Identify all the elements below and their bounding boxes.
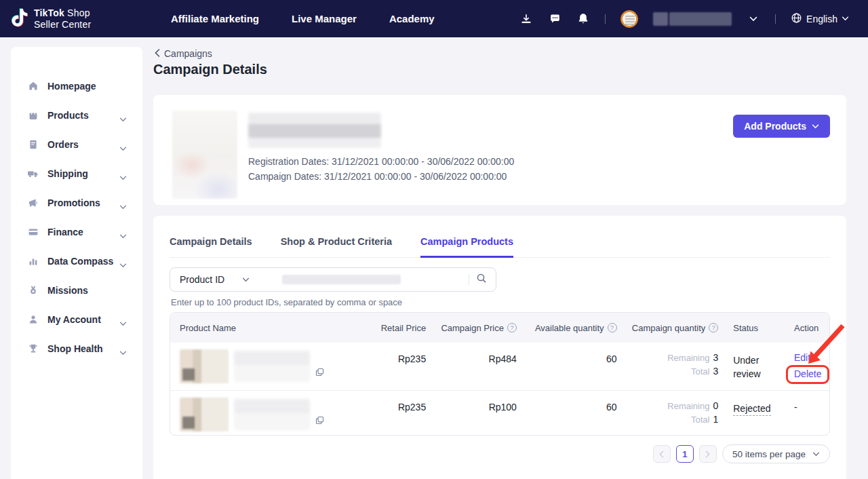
- seller-center-logo[interactable]: TikTok Shop Seller Center: [0, 7, 156, 29]
- campaign-quantity: Remaining3 Total3: [617, 352, 719, 377]
- retail-price: Rp235: [365, 353, 426, 364]
- campaign-title-redacted: [248, 113, 381, 148]
- nav-link-academy[interactable]: Academy: [389, 13, 435, 24]
- tab-campaign-products[interactable]: Campaign Products: [420, 236, 513, 258]
- tab-campaign-details[interactable]: Campaign Details: [170, 236, 252, 257]
- page-size-select[interactable]: 50 items per page: [722, 444, 830, 463]
- tab-bar: Campaign Details Shop & Product Criteria…: [170, 236, 830, 258]
- copy-icon[interactable]: [315, 415, 324, 427]
- language-chevron-down-icon: [842, 16, 849, 21]
- nav-link-affiliate-marketing[interactable]: Affiliate Marketing: [171, 13, 259, 24]
- order-document-icon: [27, 138, 39, 150]
- user-name-redacted[interactable]: [653, 12, 732, 26]
- page-number-current[interactable]: 1: [676, 445, 694, 463]
- search-divider: [469, 274, 469, 285]
- campaign-price: Rp484: [426, 353, 517, 364]
- col-product-name: Product Name: [170, 323, 365, 333]
- trophy-icon: [27, 343, 39, 354]
- search-icon[interactable]: [476, 273, 487, 286]
- campaign-quantity: Remaining0 Total1: [617, 400, 719, 425]
- megaphone-icon: [27, 197, 39, 208]
- sidebar-item-products[interactable]: Products: [11, 100, 142, 130]
- col-campaign-quantity: Campaign quantity ?: [617, 323, 719, 333]
- sidebar-item-missions[interactable]: Missions: [11, 275, 142, 305]
- sidebar-item-promotions[interactable]: Promotions: [11, 188, 142, 217]
- search-filter-select[interactable]: Product ID: [170, 274, 259, 285]
- product-name-redacted: [234, 399, 310, 430]
- pagination: 1 50 items per page: [653, 444, 830, 463]
- sidebar-item-finance[interactable]: Finance: [11, 217, 142, 246]
- navbar-divider: [605, 14, 606, 24]
- campaign-image-redacted: [172, 111, 237, 199]
- search-input-redacted[interactable]: [282, 275, 401, 284]
- delete-link[interactable]: Delete: [794, 368, 821, 379]
- user-menu-chevron-down-icon[interactable]: [747, 12, 760, 26]
- tiktok-logo-icon: [11, 8, 28, 30]
- edit-link[interactable]: Edit: [794, 352, 810, 363]
- product-name-redacted: [234, 351, 310, 382]
- chevron-down-icon: [119, 258, 127, 264]
- chat-icon[interactable]: [548, 12, 561, 26]
- bar-chart-icon: [27, 255, 39, 267]
- navbar-divider: [775, 14, 776, 24]
- user-avatar[interactable]: [620, 10, 638, 28]
- available-quantity: 60: [517, 402, 617, 413]
- copy-icon[interactable]: [315, 367, 324, 379]
- download-icon[interactable]: [519, 12, 533, 26]
- sidebar-item-homepage[interactable]: Homepage: [11, 71, 142, 100]
- chevron-left-icon: [155, 48, 160, 59]
- prev-page-button[interactable]: [653, 445, 671, 463]
- question-icon[interactable]: ?: [608, 323, 617, 332]
- chevron-down-icon: [119, 346, 127, 351]
- globe-icon: [791, 12, 802, 26]
- nav-link-live-manager[interactable]: Live Manager: [292, 13, 357, 24]
- product-search-bar: Product ID: [170, 267, 496, 292]
- top-navbar: TikTok Shop Seller Center Affiliate Mark…: [0, 0, 868, 37]
- chevron-down-icon: [119, 113, 127, 118]
- next-page-button[interactable]: [699, 445, 717, 463]
- campaign-price: Rp100: [426, 402, 517, 413]
- chevron-down-icon: [119, 200, 127, 206]
- sidebar-item-shop-health[interactable]: Shop Health: [11, 334, 142, 363]
- col-action: Action: [782, 323, 829, 333]
- col-status: Status: [718, 323, 782, 333]
- breadcrumb-back-label: Campaigns: [164, 48, 212, 59]
- chevron-down-icon: [119, 229, 127, 235]
- table-row: Rp235 Rp100 60 Remaining0 Total1 Rejecte…: [170, 390, 829, 435]
- medal-icon: [27, 284, 39, 296]
- sidebar-item-data-compass[interactable]: Data Compass: [11, 246, 142, 275]
- registration-dates: Registration Dates: 31/12/2021 00:00:00 …: [248, 156, 514, 167]
- chevron-down-icon: [242, 277, 250, 282]
- question-icon[interactable]: ?: [709, 323, 718, 332]
- sidebar-item-orders[interactable]: Orders: [11, 130, 142, 159]
- language-label: English: [806, 14, 837, 24]
- chevron-down-icon: [812, 124, 819, 129]
- no-action-dash: -: [794, 400, 797, 414]
- sidebar-item-my-account[interactable]: My Account: [11, 305, 142, 334]
- truck-icon: [27, 168, 39, 179]
- status-rejected[interactable]: Rejected: [733, 402, 782, 415]
- product-image-redacted: [180, 398, 229, 432]
- campaign-products-table: Product Name Retail Price Campaign Price…: [170, 312, 830, 436]
- person-icon: [27, 313, 39, 325]
- col-available-quantity: Available quantity ?: [517, 323, 617, 333]
- chevron-down-icon: [812, 452, 820, 457]
- language-selector[interactable]: English: [791, 12, 849, 26]
- add-products-button[interactable]: Add Products: [733, 115, 830, 138]
- navbar-links: Affiliate Marketing Live Manager Academy: [171, 13, 435, 24]
- chevron-down-icon: [119, 142, 127, 147]
- sidebar-item-shipping[interactable]: Shipping: [11, 159, 142, 188]
- credit-card-icon: [27, 226, 39, 237]
- breadcrumb[interactable]: Campaigns: [155, 48, 212, 59]
- table-header-row: Product Name Retail Price Campaign Price…: [170, 313, 829, 343]
- question-icon[interactable]: ?: [507, 323, 517, 332]
- available-quantity: 60: [517, 353, 617, 364]
- campaign-dates: Campaign Dates: 31/12/2021 00:00:00 - 30…: [248, 171, 507, 182]
- tab-shop-product-criteria[interactable]: Shop & Product Criteria: [281, 236, 392, 257]
- shopping-bag-icon: [27, 109, 39, 121]
- retail-price: Rp235: [365, 402, 426, 413]
- campaign-info-card: Registration Dates: 31/12/2021 00:00:00 …: [153, 95, 846, 205]
- notification-bell-icon[interactable]: [576, 12, 590, 26]
- sidebar: Homepage Products Orders Shipping Promot…: [11, 47, 142, 479]
- home-icon: [27, 80, 39, 92]
